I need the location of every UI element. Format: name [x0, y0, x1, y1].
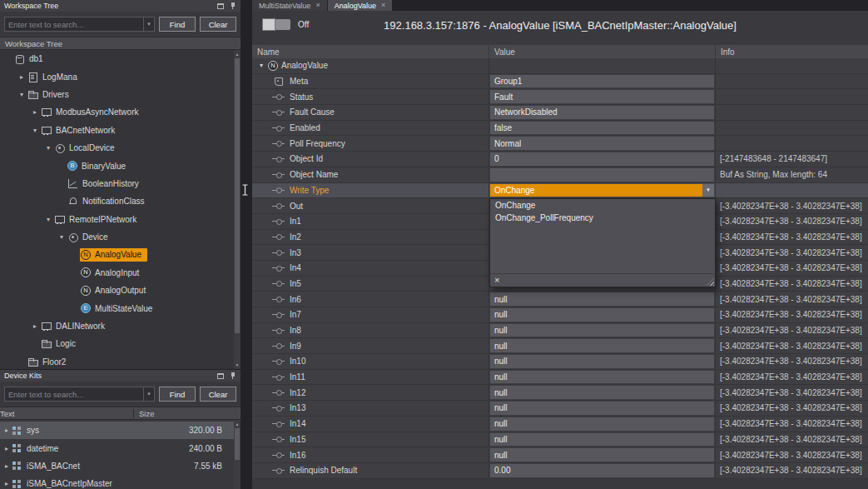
workspace-find-button[interactable]: Find: [159, 17, 196, 32]
grid-row-in8[interactable]: In8null[-3.40282347E+38 - 3.40282347E+38…: [252, 323, 868, 339]
grid-row-in12[interactable]: In12null[-3.40282347E+38 - 3.40282347E+3…: [252, 385, 868, 401]
tree-item-localdevice[interactable]: ▾LocalDevice: [0, 139, 234, 157]
scroll-down-icon[interactable]: ▼: [234, 361, 241, 368]
chevron-down-icon[interactable]: ▾: [30, 127, 40, 134]
tree-item-device[interactable]: ▾Device: [0, 228, 234, 246]
grid-row-relinquish-default[interactable]: Relinquish Default0.00[-3.40282347E+38 -…: [252, 463, 868, 479]
tab-analogvalue[interactable]: AnalogValue×: [328, 0, 393, 11]
pin-icon[interactable]: [230, 372, 236, 380]
chevron-right-icon[interactable]: ▸: [17, 73, 27, 81]
grid-row-object-name[interactable]: Object NameBuf As String, Max length: 64: [252, 167, 868, 183]
grid-row-in15[interactable]: In15null[-3.40282347E+38 - 3.40282347E+3…: [252, 432, 868, 448]
chevron-down-icon[interactable]: ▾: [143, 387, 154, 401]
tree-item-drivers[interactable]: ▾Drivers: [0, 86, 234, 103]
grid-row-in9[interactable]: In9null[-3.40282347E+38 - 3.40282347E+38…: [252, 338, 868, 354]
kit-row-isma-bacnetipmaster[interactable]: ▸iSMA_BACnetIpMaster: [0, 475, 234, 489]
kits-column-text[interactable]: Text: [0, 409, 133, 418]
value-field[interactable]: 0: [490, 152, 714, 166]
workspace-search-input[interactable]: [5, 17, 143, 31]
grid-row-enabled[interactable]: Enabledfalse: [252, 121, 868, 137]
kits-search-input[interactable]: [5, 387, 143, 401]
kit-row-sys[interactable]: ▸sys320.00 B: [0, 422, 234, 439]
dock-icon[interactable]: [217, 373, 224, 379]
kits-clear-button[interactable]: Clear: [200, 387, 236, 402]
tree-item-analoginput[interactable]: NAnalogInput: [0, 264, 234, 282]
scrollbar-thumb[interactable]: [235, 428, 240, 460]
grid-column-header-value[interactable]: Value: [489, 45, 716, 58]
value-field[interactable]: null: [490, 433, 714, 447]
value-field[interactable]: Fault: [490, 90, 714, 103]
tree-item-modbusasyncnetwork[interactable]: ▸ModbusAsyncNetwork: [0, 103, 234, 121]
value-field[interactable]: Group1: [490, 75, 714, 88]
pin-icon[interactable]: [230, 2, 236, 10]
grid-row-status[interactable]: StatusFault: [252, 89, 868, 105]
chevron-down-icon[interactable]: ▾: [17, 91, 27, 98]
kits-search-combo[interactable]: ▾: [4, 387, 155, 402]
workspace-clear-button[interactable]: Clear: [200, 17, 236, 32]
workspace-tree-scrollbar[interactable]: ▲ ▼: [234, 50, 241, 368]
grid-row-write-type[interactable]: Write TypeOnChange▼: [252, 183, 868, 199]
value-field[interactable]: null: [490, 371, 714, 384]
chevron-right-icon[interactable]: ▸: [2, 445, 12, 452]
dropdown-resize-grip[interactable]: [707, 278, 714, 286]
grid-row-in16[interactable]: In16null[-3.40282347E+38 - 3.40282347E+3…: [252, 447, 868, 463]
tree-item-logic[interactable]: Logic: [0, 335, 234, 352]
off-toggle[interactable]: Off: [262, 19, 309, 30]
value-field[interactable]: 0.00: [490, 464, 714, 477]
grid-row-in7[interactable]: In7null[-3.40282347E+38 - 3.40282347E+38…: [252, 307, 868, 323]
workspace-search-combo[interactable]: ▾: [4, 17, 155, 32]
dropdown-clear-icon[interactable]: ×: [490, 276, 503, 285]
tab-multistatevalue[interactable]: MultiStateValue×: [252, 0, 327, 11]
scroll-up-icon[interactable]: ▲: [234, 50, 241, 57]
value-field[interactable]: null: [490, 386, 714, 399]
grid-row-poll-frequency[interactable]: Poll FrequencyNormal: [252, 136, 868, 152]
tree-item-logmana[interactable]: ▸LogMana: [0, 67, 234, 85]
kits-find-button[interactable]: Find: [159, 387, 196, 402]
value-field[interactable]: false: [490, 122, 714, 135]
combo-dropdown-button[interactable]: ▼: [702, 184, 714, 197]
value-field[interactable]: null: [490, 292, 714, 306]
tree-item-dalinetwork[interactable]: ▸DALINetwork: [0, 317, 234, 335]
kit-row-isma-bacnet[interactable]: ▸iSMA_BACnet7.55 kB: [0, 457, 234, 475]
toggle-track[interactable]: [262, 19, 290, 30]
grid-row-meta[interactable]: MetaGroup1: [252, 74, 868, 90]
scroll-up-icon[interactable]: ▲: [234, 420, 241, 427]
tree-item-bacnetnetwork[interactable]: ▾BACnetNetwork: [0, 122, 234, 139]
grid-column-header-info[interactable]: Info: [716, 45, 868, 58]
tree-item-remoteipnetwork[interactable]: ▾RemoteIPNetwork: [0, 211, 234, 228]
dropdown-option-onchange[interactable]: OnChange: [490, 199, 715, 212]
tab-close-icon[interactable]: ×: [381, 2, 385, 9]
dropdown-option-onchange-pollfrequency[interactable]: OnChange_PollFrequency: [490, 212, 715, 224]
value-field[interactable]: [490, 168, 714, 182]
tree-item-multistatevalue[interactable]: EMultiStateValue: [0, 299, 234, 317]
chevron-down-icon[interactable]: ▾: [43, 144, 53, 152]
grid-row-in14[interactable]: In14null[-3.40282347E+38 - 3.40282347E+3…: [252, 417, 868, 432]
workspace-tree-column-header[interactable]: Workspace Tree: [0, 37, 241, 50]
chevron-down-icon[interactable]: ▾: [256, 62, 266, 69]
tree-item-db1[interactable]: db1: [0, 50, 234, 67]
chevron-down-icon[interactable]: ▾: [57, 233, 67, 241]
value-field[interactable]: null: [490, 355, 714, 368]
tree-item-binaryvalue[interactable]: BBinaryValue: [0, 157, 234, 174]
tree-item-booleanhistory[interactable]: BooleanHistory: [0, 175, 234, 192]
tree-item-floor2[interactable]: Floor2: [0, 353, 234, 369]
tree-item-notificationclass[interactable]: NotificationClass: [0, 192, 234, 210]
chevron-down-icon[interactable]: ▾: [43, 216, 53, 223]
value-field[interactable]: null: [490, 448, 714, 462]
tab-close-icon[interactable]: ×: [315, 2, 320, 9]
scrollbar-thumb[interactable]: [235, 58, 240, 333]
tree-item-analogvalue[interactable]: NAnalogValue: [0, 246, 234, 263]
grid-row-in13[interactable]: In13null[-3.40282347E+38 - 3.40282347E+3…: [252, 401, 868, 417]
kit-row-datetime[interactable]: ▸datetime240.00 B: [0, 439, 234, 457]
value-field[interactable]: OnChange▼: [490, 184, 714, 197]
grid-row-fault-cause[interactable]: Fault CauseNetworkDisabled: [252, 105, 868, 121]
grid-row-in6[interactable]: In6null[-3.40282347E+38 - 3.40282347E+38…: [252, 292, 868, 307]
grid-row-in10[interactable]: In10null[-3.40282347E+38 - 3.40282347E+3…: [252, 354, 868, 370]
kits-scrollbar[interactable]: ▲: [234, 420, 241, 489]
toggle-handle[interactable]: [262, 18, 275, 31]
value-field[interactable]: null: [490, 308, 714, 322]
value-field[interactable]: null: [490, 417, 714, 431]
kits-column-size[interactable]: Size: [133, 409, 241, 418]
grid-row-object-id[interactable]: Object Id0[-2147483648 - 2147483647]: [252, 152, 868, 167]
chevron-right-icon[interactable]: ▸: [30, 322, 40, 330]
